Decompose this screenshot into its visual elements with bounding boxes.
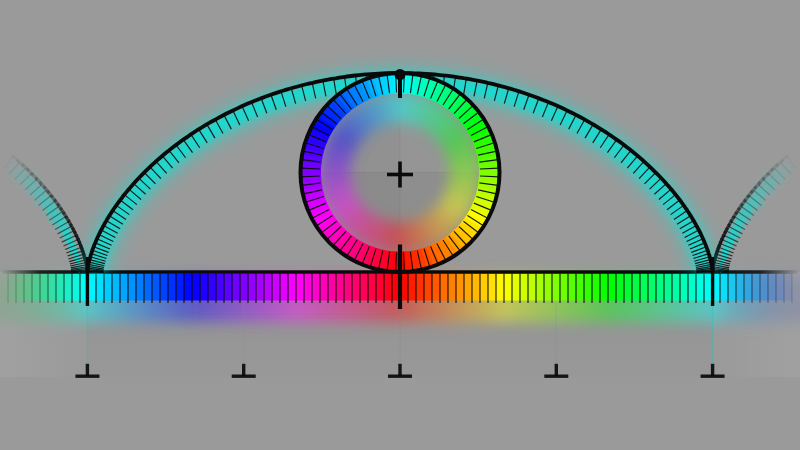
diagram-canvas [0,0,800,450]
cycloid-rolling-wheel-visualization [0,0,800,450]
